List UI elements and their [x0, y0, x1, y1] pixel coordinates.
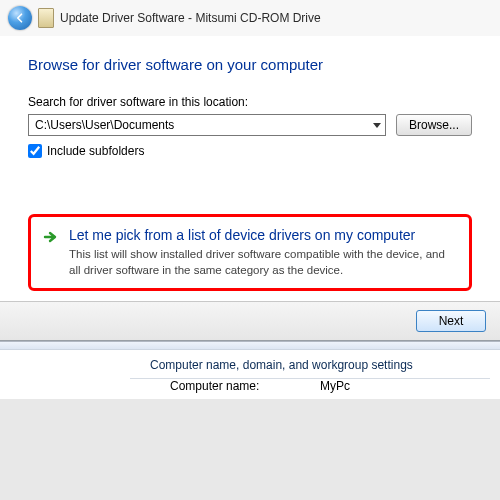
pick-from-list-option[interactable]: Let me pick from a list of device driver…	[28, 214, 472, 291]
include-subfolders-label: Include subfolders	[47, 144, 144, 158]
search-location-combo[interactable]: C:\Users\User\Documents	[28, 114, 386, 136]
computer-name-value: MyPc	[320, 379, 350, 393]
pick-from-list-desc: This list will show installed driver sof…	[69, 247, 457, 278]
title-file-icon	[38, 8, 54, 28]
titlebar-text: Update Driver Software - Mitsumi CD-ROM …	[60, 11, 321, 25]
pick-from-list-title: Let me pick from a list of device driver…	[69, 227, 457, 243]
search-location-value: C:\Users\User\Documents	[35, 118, 174, 132]
wizard-titlebar: Update Driver Software - Mitsumi CD-ROM …	[0, 0, 500, 36]
chevron-down-icon	[373, 123, 381, 128]
back-arrow-icon	[14, 12, 26, 24]
search-location-label: Search for driver software in this locat…	[28, 95, 472, 109]
system-properties-panel: Computer name, domain, and workgroup set…	[0, 341, 500, 399]
browse-button[interactable]: Browse...	[396, 114, 472, 136]
next-button[interactable]: Next	[416, 310, 486, 332]
back-button[interactable]	[8, 6, 32, 30]
green-arrow-icon	[43, 229, 59, 245]
section-heading: Computer name, domain, and workgroup set…	[0, 350, 500, 378]
page-heading: Browse for driver software on your compu…	[28, 56, 472, 73]
wizard-footer: Next	[0, 301, 500, 340]
pane-header-strip	[0, 342, 500, 350]
include-subfolders-checkbox[interactable]	[28, 144, 42, 158]
computer-name-key: Computer name:	[170, 379, 280, 393]
wizard-content: Browse for driver software on your compu…	[0, 36, 500, 301]
